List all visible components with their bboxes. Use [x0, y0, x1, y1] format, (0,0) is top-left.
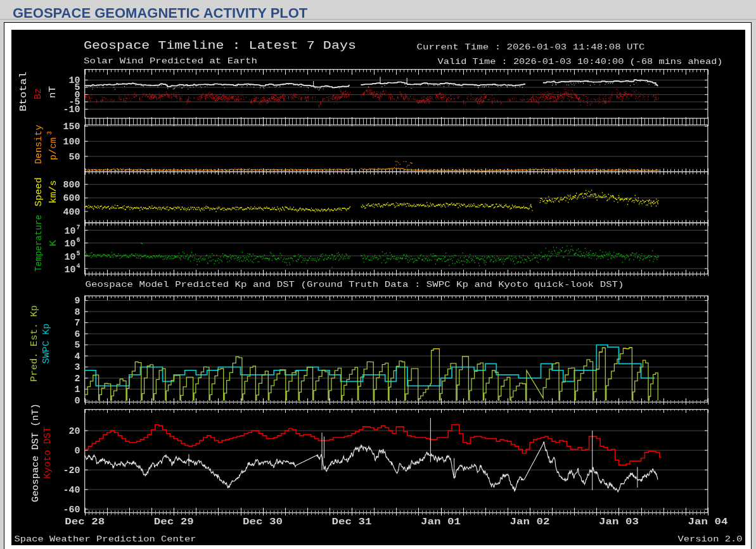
- svg-text:3: 3: [46, 131, 53, 135]
- svg-text:Solar Wind Predicted at Earth: Solar Wind Predicted at Earth: [84, 56, 257, 66]
- svg-text:Btotal: Btotal: [18, 72, 29, 111]
- svg-text:p/cm: p/cm: [48, 137, 59, 160]
- svg-text:Dec 31: Dec 31: [332, 517, 372, 527]
- svg-text:-10: -10: [63, 104, 80, 115]
- svg-text:Dec 30: Dec 30: [243, 517, 283, 527]
- svg-text:6: 6: [77, 237, 80, 244]
- svg-text:0: 0: [75, 446, 80, 456]
- svg-text:Dec 28: Dec 28: [65, 517, 105, 527]
- svg-text:5: 5: [77, 250, 80, 257]
- svg-text:Bz: Bz: [33, 88, 44, 99]
- svg-text:10: 10: [65, 226, 76, 236]
- svg-text:6: 6: [75, 329, 80, 339]
- svg-text:Jan 02: Jan 02: [510, 517, 550, 527]
- svg-text:Version 2.0: Version 2.0: [678, 534, 743, 544]
- svg-text:10: 10: [65, 239, 76, 249]
- svg-text:400: 400: [63, 207, 80, 217]
- svg-text:2: 2: [75, 374, 80, 384]
- svg-text:0: 0: [75, 396, 80, 406]
- svg-text:7: 7: [75, 318, 80, 328]
- svg-text:km/s: km/s: [48, 180, 59, 204]
- svg-text:10: 10: [65, 252, 76, 262]
- svg-text:Jan 03: Jan 03: [599, 517, 639, 527]
- svg-text:4: 4: [75, 351, 80, 362]
- svg-text:Space Weather Prediction Cente: Space Weather Prediction Center: [15, 534, 196, 544]
- svg-text:Density: Density: [34, 125, 44, 164]
- svg-text:Valid Time : 2026-01-03 10:40:: Valid Time : 2026-01-03 10:40:00 (-68 mi…: [438, 57, 723, 66]
- svg-text:Speed: Speed: [34, 177, 44, 206]
- svg-text:K: K: [48, 240, 59, 246]
- svg-text:600: 600: [63, 193, 80, 203]
- svg-text:Jan 04: Jan 04: [688, 517, 727, 527]
- svg-text:800: 800: [63, 180, 80, 190]
- svg-text:50: 50: [69, 152, 80, 162]
- svg-text:SWPC Kp: SWPC Kp: [41, 324, 52, 364]
- svg-text:-20: -20: [63, 465, 80, 476]
- svg-text:100: 100: [63, 137, 80, 147]
- svg-text:nT: nT: [48, 86, 58, 98]
- svg-text:10: 10: [65, 265, 76, 275]
- svg-text:3: 3: [75, 362, 80, 372]
- svg-text:Pred. Est. Kp: Pred. Est. Kp: [29, 305, 40, 382]
- svg-text:Temperature: Temperature: [34, 215, 44, 272]
- svg-text:Jan 01: Jan 01: [421, 517, 461, 527]
- svg-text:Current Time : 2026-01-03 11:4: Current Time : 2026-01-03 11:48:08 UTC: [417, 42, 645, 52]
- svg-text:-60: -60: [63, 505, 80, 515]
- svg-text:9: 9: [75, 296, 80, 306]
- svg-text:Geospace Timeline : Latest 7 D: Geospace Timeline : Latest 7 Days: [84, 39, 356, 53]
- svg-text:8: 8: [75, 307, 80, 317]
- svg-text:1: 1: [75, 384, 80, 394]
- svg-text:150: 150: [63, 122, 80, 132]
- svg-text:Kyoto DST: Kyoto DST: [42, 427, 53, 479]
- svg-text:5: 5: [75, 340, 80, 350]
- svg-text:7: 7: [77, 224, 80, 231]
- svg-text:20: 20: [69, 426, 80, 436]
- svg-text:Geospace DST (nT): Geospace DST (nT): [30, 403, 41, 502]
- svg-text:Geospace Model Predicted Kp an: Geospace Model Predicted Kp and DST (Gro…: [86, 280, 624, 289]
- svg-text:4: 4: [77, 263, 80, 270]
- svg-text:Dec 29: Dec 29: [154, 517, 194, 527]
- svg-text:-40: -40: [63, 485, 80, 495]
